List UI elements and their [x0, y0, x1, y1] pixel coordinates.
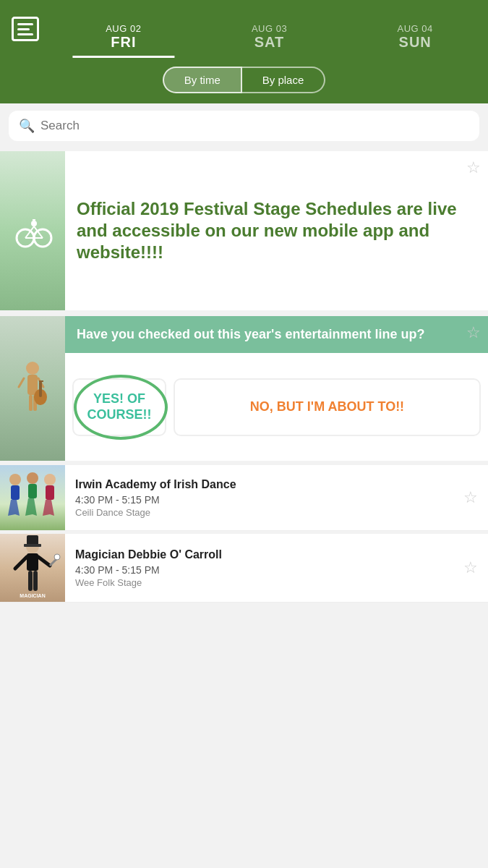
schedule-item-1-image: MAGICIAN: [0, 534, 65, 602]
by-time-button[interactable]: By time: [163, 67, 242, 93]
schedule-item-1-image-placeholder: MAGICIAN: [0, 534, 65, 602]
entertainment-card: Have you checked out this year's enterta…: [0, 316, 488, 461]
tab-aug02[interactable]: AUG 02 FRI: [51, 7, 197, 58]
schedule-item-1-time: 4:30 PM - 5:15 PM: [75, 564, 443, 576]
schedule-item-1-details: Magician Debbie O' Carroll 4:30 PM - 5:1…: [65, 534, 453, 602]
search-bar: 🔍: [9, 111, 479, 141]
tab-aug03[interactable]: AUG 03 SAT: [197, 7, 343, 58]
header: AUG 02 FRI AUG 03 SAT AUG 04 SUN: [0, 0, 488, 58]
day-tabs: AUG 02 FRI AUG 03 SAT AUG 04 SUN: [51, 7, 488, 58]
svg-point-3: [31, 221, 37, 226]
schedule-item-0-image: [0, 465, 65, 530]
festival-icon: [11, 209, 54, 252]
schedule-item-1-venue: Wee Folk Stage: [75, 577, 443, 588]
svg-rect-24: [24, 544, 41, 547]
schedule-item-0: Irwin Academy of Irish Dance 4:30 PM - 5…: [0, 465, 488, 531]
search-input[interactable]: [40, 119, 469, 133]
svg-rect-11: [29, 395, 33, 411]
svg-rect-21: [46, 485, 54, 500]
svg-rect-14: [39, 381, 42, 397]
entertainment-star-button[interactable]: ☆: [466, 323, 481, 342]
schedule-item-0-time: 4:30 PM - 5:15 PM: [75, 494, 443, 506]
menu-button[interactable]: [0, 17, 51, 48]
entertainment-buttons-row: YES! OF COURSE!! NO, BUT I'M ABOUT TO!!: [65, 353, 488, 461]
svg-text:MAGICIAN: MAGICIAN: [20, 593, 45, 598]
yes-button[interactable]: YES! OF COURSE!!: [72, 378, 166, 436]
svg-rect-25: [27, 553, 38, 571]
svg-rect-30: [28, 571, 33, 591]
schedule-item-0-star[interactable]: ☆: [453, 465, 488, 530]
filter-bar: By time By place: [0, 58, 488, 103]
schedule-item-0-details: Irwin Academy of Irish Dance 4:30 PM - 5…: [65, 465, 453, 530]
schedule-item-1-star[interactable]: ☆: [453, 534, 488, 602]
magician-icon: MAGICIAN: [2, 534, 64, 599]
entertainment-question: Have you checked out this year's enterta…: [65, 316, 488, 353]
tab-aug03-date: AUG 03: [252, 23, 287, 34]
tab-aug04-date: AUG 04: [398, 23, 433, 34]
tab-aug02-day: FRI: [111, 34, 136, 51]
banner-overlay: Official 2019 Festival Stage Schedules a…: [65, 151, 488, 310]
tab-aug04-day: SUN: [399, 34, 432, 51]
banner-content: Official 2019 Festival Stage Schedules a…: [65, 151, 488, 310]
schedule-item-0-title: Irwin Academy of Irish Dance: [75, 478, 443, 491]
schedule-item-0-venue: Ceili Dance Stage: [75, 507, 443, 518]
entertainment-content: Have you checked out this year's enterta…: [65, 316, 488, 461]
banner-image-placeholder: [0, 151, 65, 310]
hamburger-menu-icon[interactable]: [12, 17, 39, 41]
schedule-item-1-title: Magician Debbie O' Carroll: [75, 548, 443, 561]
schedule-item-0-image-placeholder: [0, 465, 65, 530]
svg-rect-31: [33, 571, 38, 591]
svg-line-26: [15, 557, 27, 569]
tab-aug03-day: SAT: [254, 34, 285, 51]
tab-aug02-date: AUG 02: [106, 23, 141, 34]
entertainment-image: [0, 316, 65, 461]
svg-point-7: [26, 362, 39, 375]
svg-point-18: [44, 474, 56, 485]
guitar-player-icon: [13, 359, 53, 417]
search-icon: 🔍: [19, 118, 35, 134]
svg-line-27: [38, 557, 50, 566]
svg-point-17: [27, 472, 38, 484]
festival-banner-card: Official 2019 Festival Stage Schedules a…: [0, 151, 488, 310]
svg-point-29: [54, 554, 60, 560]
tab-aug04[interactable]: AUG 04 SUN: [342, 7, 488, 58]
banner-star-button[interactable]: ☆: [466, 158, 481, 177]
banner-text: Official 2019 Festival Stage Schedules a…: [77, 198, 476, 263]
schedule-item-1: MAGICIAN Magician Debbie O' Carroll 4:30…: [0, 534, 488, 603]
by-place-button[interactable]: By place: [242, 67, 326, 93]
svg-rect-23: [27, 535, 38, 545]
banner-image: [0, 151, 65, 310]
entertainment-image-placeholder: [0, 316, 65, 461]
svg-point-16: [9, 474, 21, 485]
entertainment-overlay: Have you checked out this year's enterta…: [65, 316, 488, 461]
svg-line-9: [19, 378, 24, 387]
svg-rect-20: [28, 484, 37, 498]
no-button[interactable]: NO, BUT I'M ABOUT TO!!: [174, 378, 481, 436]
irish-dance-icon: [2, 465, 64, 530]
svg-rect-19: [11, 485, 20, 500]
content-list: Official 2019 Festival Stage Schedules a…: [0, 148, 488, 604]
